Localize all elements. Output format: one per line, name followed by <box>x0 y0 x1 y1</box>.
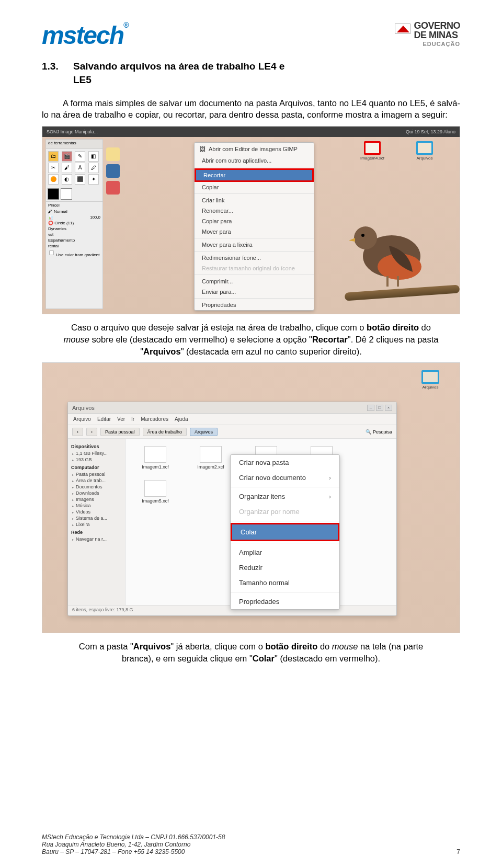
ctx-renomear[interactable]: Renomear... <box>195 205 314 216</box>
toolbox-dyn: Dynamics <box>46 226 102 232</box>
toolbox-rental: rental <box>46 243 102 249</box>
fm-menu-arquivo[interactable]: Arquivo <box>73 416 91 422</box>
fm-search[interactable]: 🔍 Pesquisa <box>366 429 392 435</box>
toolbox-est: vst <box>46 232 102 237</box>
side-network-title: Rede <box>71 530 122 535</box>
ctx2-tam-normal[interactable]: Tamanho normal <box>231 575 339 590</box>
ctx-recortar[interactable]: Recortar <box>195 168 314 182</box>
side-comp-0[interactable]: Pasta pessoal <box>71 471 122 477</box>
logo-governo: GOVERNO DE MINAS EDUCAÇÃO <box>395 21 460 47</box>
ctx-copiar[interactable]: Copiar <box>195 182 314 192</box>
ctx2-novo-doc[interactable]: Criar novo documento <box>231 470 339 485</box>
logo-reg-mark: ® <box>123 21 128 29</box>
mg-flag-icon <box>395 24 410 34</box>
section-number: 1.3. <box>42 59 73 74</box>
fm-toolbar: ‹ › Pasta pessoal Área de trabalho Arqui… <box>68 425 396 439</box>
logo-mstech-text: mstech <box>42 21 123 49</box>
side-comp-7[interactable]: Sistema de a... <box>71 515 122 521</box>
side-comp-8[interactable]: Lixeira <box>71 521 122 528</box>
caption-1: Caso o arquivo que deseje salvar já este… <box>63 322 439 357</box>
ctx-restaurar: Restaurar tamanho original do ícone <box>195 263 314 273</box>
fm-menu-ir[interactable]: Ir <box>131 416 134 422</box>
side-net-0[interactable]: Navegar na r... <box>71 536 122 542</box>
section-title: Salvando arquivos na área de trabalho LE… <box>73 59 460 74</box>
fm-menu-editar[interactable]: Editar <box>97 416 111 422</box>
ctx-mover-para[interactable]: Mover para <box>195 226 314 237</box>
window-maximize-icon[interactable]: □ <box>376 405 383 411</box>
toolbox-mode: Normal <box>54 209 67 214</box>
fm-file-1[interactable]: Imagem2.xcf <box>188 446 233 470</box>
ctx2-prop[interactable]: Propriedades <box>231 594 339 609</box>
ctx2-nova-pasta[interactable]: Criar nova pasta <box>231 455 339 470</box>
ctx-copiar-para[interactable]: Copiar para <box>195 216 314 226</box>
footer-line3: Bauru – SP – 17047-281 – Fone +55 14 323… <box>42 848 225 855</box>
ctx-lixeira[interactable]: Mover para a lixeira <box>195 239 314 250</box>
crumb-arquivos[interactable]: Arquivos <box>190 428 218 436</box>
side-comp-2[interactable]: Documentos <box>71 484 122 490</box>
ctx-redim[interactable]: Redimensionar ícone... <box>195 253 314 263</box>
gov-line1: GOVERNO <box>414 21 460 30</box>
ctx2-reduzir[interactable]: Reduzir <box>231 560 339 575</box>
section-title-line2: LE5 <box>73 74 460 86</box>
crumb-pasta-pessoal[interactable]: Pasta pessoal <box>100 428 140 436</box>
side-dev-1[interactable]: 193 GB <box>71 456 122 463</box>
toolbox-opacity: 100,0 <box>90 215 100 220</box>
desktop-folder-arquivos[interactable]: Arquivos <box>410 141 439 169</box>
fm-file-4[interactable]: Imagem5.xcf <box>133 480 178 504</box>
toolbox-title: de ferramentas <box>46 140 102 149</box>
ctx-comprimir[interactable]: Comprimir... <box>195 276 314 287</box>
fm-main-area[interactable]: Imagem1.xcf Imagem2.xcf Imagem3.xcf Imag… <box>126 439 396 605</box>
side-comp-5[interactable]: Música <box>71 502 122 509</box>
svg-rect-4 <box>386 276 389 287</box>
window-minimize-icon[interactable]: – <box>367 405 374 411</box>
svg-rect-5 <box>397 276 399 287</box>
side-dev-0[interactable]: 1,1 GB Filesy... <box>71 450 122 456</box>
footer-line1: MStech Educação e Tecnologia Ltda – CNPJ… <box>42 833 225 841</box>
page-number: 7 <box>457 848 460 855</box>
side-computer-title: Computador <box>71 465 122 470</box>
side-comp-6[interactable]: Vídeos <box>71 509 122 515</box>
ctx-open-gimp[interactable]: 🖼 Abrir com Editor de imagens GIMP <box>195 143 314 155</box>
ctx-prop[interactable]: Propriedades <box>195 300 314 310</box>
fm-sidebar: Dispositivos 1,1 GB Filesy... 193 GB Com… <box>68 439 126 605</box>
toolbox-brush: ⭕ Circle (11) <box>46 220 102 226</box>
fm-titlebar: Arquivos – □ × <box>68 402 396 414</box>
desktop-topbar: SONJ Image Manipula... Qui 19 Set, 13:29… <box>42 127 460 137</box>
side-comp-4[interactable]: Imagens <box>71 496 122 502</box>
ctx-open-other[interactable]: Abrir com outro aplicativo... <box>195 155 314 166</box>
fm-search-label: Pesquisa <box>373 429 392 435</box>
launcher-files-icon[interactable] <box>106 147 120 161</box>
desktop-arquivos-icon[interactable]: Arquivos <box>417 370 444 390</box>
svg-point-2 <box>354 226 377 249</box>
logo-mstech: mstech® <box>42 21 128 50</box>
section-heading: 1.3. Salvando arquivos na área de trabal… <box>42 59 460 74</box>
side-comp-3[interactable]: Downloads <box>71 490 122 496</box>
window-close-icon[interactable]: × <box>385 405 392 411</box>
topbar-app-title: SONJ Image Manipula... <box>47 129 98 134</box>
crumb-area-trabalho[interactable]: Área de trabalho <box>143 428 187 436</box>
crumb-fwd[interactable]: › <box>86 428 97 436</box>
toolbox-espalhamento: Espalhamento <box>46 237 102 243</box>
paragraph-intro: A forma mais simples de salvar um docume… <box>42 97 460 121</box>
launcher-app-icon[interactable] <box>106 164 120 178</box>
crumb-back[interactable]: ‹ <box>72 428 83 436</box>
fm-file-0[interactable]: Imagem1.xcf <box>133 446 178 470</box>
fm-menu-ver[interactable]: Ver <box>117 416 125 422</box>
topbar-clock: Qui 19 Set, 13:29 Aluno <box>406 129 455 134</box>
side-comp-1[interactable]: Área de trab... <box>71 477 122 484</box>
ctx-enviar[interactable]: Enviar para... <box>195 287 314 297</box>
launcher-firefox-icon[interactable] <box>106 181 120 195</box>
toolbox-pincel-label: Pincel <box>46 201 102 209</box>
page-header: mstech® GOVERNO DE MINAS EDUCAÇÃO <box>42 21 460 50</box>
screenshot-1: SONJ Image Manipula... Qui 19 Set, 13:29… <box>42 126 460 314</box>
ctx2-colar[interactable]: Colar <box>231 523 339 541</box>
fm-menu-ajuda[interactable]: Ajuda <box>175 416 188 422</box>
fm-menu-marcadores[interactable]: Marcadores <box>141 416 168 422</box>
toolbox-usecolor-check[interactable] <box>49 250 54 255</box>
ctx2-org-itens[interactable]: Organizar itens <box>231 489 339 504</box>
ctx-criar-link[interactable]: Criar link <box>195 195 314 205</box>
screenshot-2: Arquivos Arquivos – □ × Arquivo Editar V… <box>42 362 460 633</box>
desktop-file-imagem4[interactable]: Imagem4.xcf <box>358 141 386 169</box>
ctx2-ampliar[interactable]: Ampliar <box>231 545 339 560</box>
side-devices-title: Dispositivos <box>71 444 122 449</box>
